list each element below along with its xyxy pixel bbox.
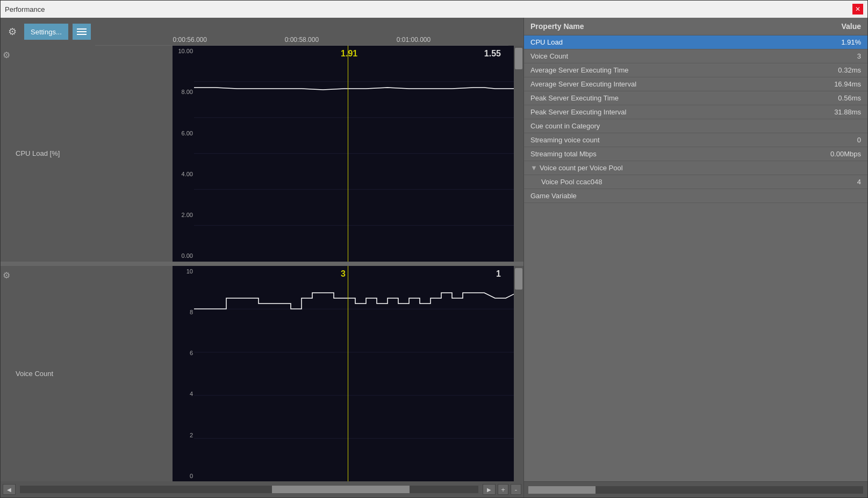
charts-container: ⚙ CPU Load [%] 10.00 8.00 6.00 4.00 2.00… <box>1 46 523 497</box>
property-row-2[interactable]: Average Server Executing Time0.32ms <box>524 63 867 77</box>
bottom-controls: ◀ ▶ + - <box>1 481 523 497</box>
property-row-4[interactable]: Peak Server Executing Time0.56ms <box>524 91 867 105</box>
voice-value-at-crosshair: 3 <box>341 269 346 279</box>
property-row-name-11: Game Variable <box>530 192 743 200</box>
property-row-name-9: ▼ Voice count per Voice Pool <box>530 164 743 172</box>
zoom-out-button[interactable]: - <box>511 484 521 495</box>
property-row-7[interactable]: Streaming voice count0 <box>524 133 867 147</box>
performance-window: Performance ✕ ⚙ Settings... 0:00:56.000 … <box>0 0 868 498</box>
property-row-value-7: 0 <box>743 136 861 144</box>
voice-y1: 0 <box>174 473 193 479</box>
voice-y6: 10 <box>174 268 193 275</box>
property-row-8[interactable]: Streaming total Mbps0.00Mbps <box>524 147 867 161</box>
property-row-name-2: Average Server Executing Time <box>530 66 743 74</box>
voice-y-axis: 10 8 6 4 2 0 <box>173 266 194 482</box>
zoom-in-button[interactable]: + <box>498 484 508 495</box>
cpu-y3: 4.00 <box>174 171 193 177</box>
left-panel: ⚙ Settings... 0:00:56.000 0:00:58.000 0:… <box>1 18 523 497</box>
voice-y4: 6 <box>174 350 193 356</box>
property-row-value-0: 1.91% <box>743 38 861 46</box>
voice-y3: 4 <box>174 391 193 397</box>
chart-divider <box>1 262 523 266</box>
property-row-9[interactable]: ▼ Voice count per Voice Pool <box>524 161 867 175</box>
cpu-y6: 10.00 <box>174 48 193 54</box>
property-row-value-4: 0.56ms <box>743 94 861 102</box>
cpu-y4: 6.00 <box>174 130 193 136</box>
property-row-value-2: 0.32ms <box>743 66 861 74</box>
property-row-name-5: Peak Server Executing Interval <box>530 108 743 116</box>
property-row-name-4: Peak Server Executing Time <box>530 94 743 102</box>
property-row-value-3: 16.94ms <box>743 80 861 88</box>
menu-line1 <box>77 28 87 30</box>
voice-scrollbar[interactable] <box>514 266 523 482</box>
horizontal-scrollbar-track[interactable] <box>20 486 478 493</box>
cpu-chart-section: ⚙ CPU Load [%] 10.00 8.00 6.00 4.00 2.00… <box>1 46 523 262</box>
property-row-name-0: CPU Load <box>530 38 743 46</box>
property-table: Property Name Value CPU Load1.91%Voice C… <box>524 18 867 481</box>
prop-col-value: Value <box>743 22 861 31</box>
cpu-y1: 0.00 <box>174 252 193 259</box>
prop-col-name: Property Name <box>530 22 743 31</box>
cpu-scroll-thumb[interactable] <box>515 48 522 69</box>
expand-arrow-9[interactable]: ▼ <box>530 164 537 172</box>
property-rows: CPU Load1.91%Voice Count3Average Server … <box>524 35 867 203</box>
property-table-header: Property Name Value <box>524 18 867 35</box>
voice-gear-icon[interactable]: ⚙ <box>3 270 10 280</box>
property-row-value-8: 0.00Mbps <box>743 150 861 158</box>
window-title: Performance <box>5 5 45 13</box>
voice-chart-section: ⚙ Voice Count 10 8 6 4 2 0 <box>1 266 523 482</box>
scroll-left-button[interactable]: ◀ <box>3 484 16 495</box>
cpu-scrollbar[interactable] <box>514 46 523 262</box>
voice-value-end: 1 <box>496 269 501 279</box>
voice-y5: 8 <box>174 309 193 315</box>
bottom-right-bar <box>524 481 867 497</box>
cpu-gear-icon[interactable]: ⚙ <box>3 50 10 60</box>
menu-button[interactable] <box>73 24 91 40</box>
settings-button[interactable]: Settings... <box>24 24 68 40</box>
cpu-y-axis: 10.00 8.00 6.00 4.00 2.00 0.00 <box>173 46 194 262</box>
voice-scroll-thumb[interactable] <box>515 268 522 290</box>
property-row-name-6: Cue count in Category <box>530 122 743 130</box>
timeline-header: 0:00:56.000 0:00:58.000 0:01:00.000 <box>95 18 519 46</box>
scroll-right-button[interactable]: ▶ <box>483 484 496 495</box>
property-row-1[interactable]: Voice Count3 <box>524 49 867 63</box>
property-row-value-1: 3 <box>743 52 861 60</box>
property-row-3[interactable]: Average Server Executing Interval16.94ms <box>524 77 867 91</box>
property-row-5[interactable]: Peak Server Executing Interval31.88ms <box>524 105 867 119</box>
right-panel: Property Name Value CPU Load1.91%Voice C… <box>523 18 867 497</box>
cpu-chart-canvas: 10.00 8.00 6.00 4.00 2.00 0.00 <box>173 46 514 262</box>
cpu-chart-name: CPU Load [%] <box>16 149 60 157</box>
voice-chart-name: Voice Count <box>16 370 53 378</box>
cpu-y5: 8.00 <box>174 89 193 95</box>
voice-y2: 2 <box>174 432 193 438</box>
horizontal-scrollbar-thumb[interactable] <box>272 486 410 493</box>
property-row-0[interactable]: CPU Load1.91% <box>524 35 867 49</box>
voice-chart-canvas: 10 8 6 4 2 0 <box>173 266 514 482</box>
property-row-10[interactable]: Voice Pool ccac0484 <box>524 175 867 189</box>
property-row-6[interactable]: Cue count in Category <box>524 119 867 133</box>
cpu-label-area: ⚙ CPU Load [%] <box>1 46 173 262</box>
cpu-value-end: 1.55 <box>484 49 501 59</box>
titlebar: Performance ✕ <box>1 1 867 18</box>
menu-line3 <box>77 34 87 35</box>
close-button[interactable]: ✕ <box>852 4 863 15</box>
cpu-value-at-crosshair: 1.91 <box>341 49 357 59</box>
property-row-value-5: 31.88ms <box>743 108 861 116</box>
cpu-y2: 2.00 <box>174 212 193 218</box>
property-row-name-1: Voice Count <box>530 52 743 60</box>
property-row-name-3: Average Server Executing Interval <box>530 80 743 88</box>
property-row-11[interactable]: Game Variable <box>524 189 867 203</box>
property-row-name-7: Streaming voice count <box>530 136 743 144</box>
toolbar: ⚙ Settings... 0:00:56.000 0:00:58.000 0:… <box>1 18 523 46</box>
property-row-value-10: 4 <box>747 178 862 186</box>
menu-line2 <box>77 31 87 32</box>
toolbar-gear-icon[interactable]: ⚙ <box>5 24 20 39</box>
property-row-name-8: Streaming total Mbps <box>530 150 743 158</box>
property-row-name-10: Voice Pool ccac048 <box>530 178 747 186</box>
main-content: ⚙ Settings... 0:00:56.000 0:00:58.000 0:… <box>1 18 867 497</box>
voice-label-area: ⚙ Voice Count <box>1 266 173 482</box>
